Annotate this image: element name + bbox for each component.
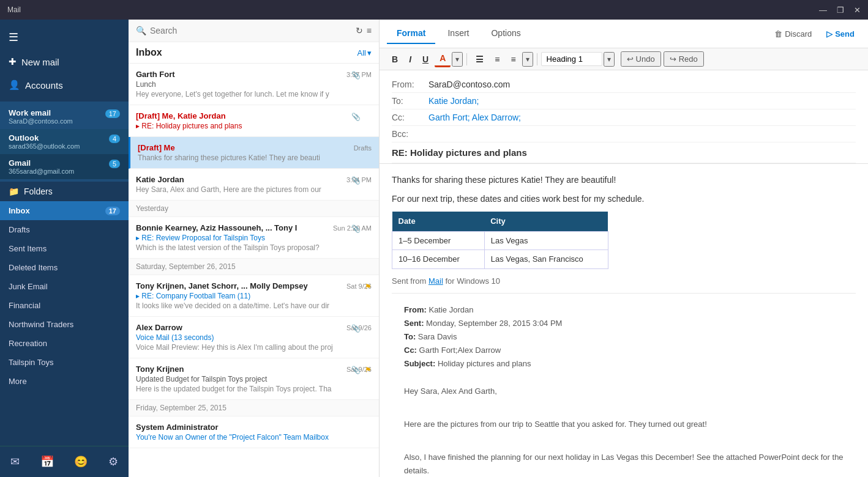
align-button[interactable]: ≡ (506, 52, 520, 67)
history-cc: Cc: Garth Fort;Alex Darrow (404, 344, 844, 357)
folder-item-recreation[interactable]: Recreation (0, 334, 129, 353)
mail-item[interactable]: Bonnie Kearney, Aziz Hassouneh, ... Tony… (129, 217, 379, 259)
folders-header[interactable]: 📁 Folders (0, 182, 129, 201)
new-mail-button[interactable]: ✚ New mail (0, 50, 129, 73)
compose-toolbar: Format Insert Options 🗑 Discard ▷ Send (380, 20, 868, 48)
mail-link[interactable]: Mail (428, 276, 443, 286)
mail-item[interactable]: Alex Darrow Sat 9/26 Voice Mail (13 seco… (129, 317, 379, 358)
app-title: Mail (7, 6, 819, 14)
folder-item-northwind[interactable]: Northwind Traders (0, 315, 129, 334)
send-button[interactable]: ▷ Send (820, 27, 861, 41)
search-bar: 🔍 ↻ ≡ (129, 20, 379, 42)
mail-sender: Garth Fort (136, 70, 175, 79)
folder-item-more[interactable]: More (0, 372, 129, 391)
subject-value: RE: Holiday pictures and plans (392, 147, 856, 158)
calendar-nav-icon[interactable]: 📅 (37, 451, 58, 472)
account-name-outlook: Outlook (9, 133, 80, 142)
folder-item-financial[interactable]: Financial (0, 296, 129, 315)
underline-button[interactable]: U (417, 52, 433, 67)
search-input[interactable] (150, 26, 352, 35)
attachment-icon: 📎 (351, 366, 361, 374)
folder-northwind-label: Northwind Traders (9, 320, 73, 329)
filter-icon[interactable]: ≡ (367, 26, 372, 35)
new-mail-label: New mail (21, 57, 59, 67)
mail-item-selected[interactable]: [Draft] Me Drafts Thanks for sharing the… (129, 137, 379, 169)
folder-financial-label: Financial (9, 301, 40, 310)
table-row: 1–5 December Las Vegas (392, 231, 608, 250)
to-link[interactable]: Katie Jordan; (428, 96, 479, 106)
sent-from-text: Sent from Mail for Windows 10 (392, 275, 856, 287)
folder-item-deleted[interactable]: Deleted Items (0, 258, 129, 277)
maximize-button[interactable]: ❐ (837, 6, 844, 15)
inbox-filter[interactable]: All ▾ (357, 48, 372, 57)
redo-button[interactable]: ↪ Redo (664, 51, 704, 67)
folder-item-drafts[interactable]: Drafts (0, 220, 129, 239)
from-field-row: From: SaraD@contoso.com (392, 76, 856, 93)
body-paragraph-1: Thanks for sharing these pictures Katie!… (392, 174, 856, 187)
settings-nav-icon[interactable]: ⚙ (105, 451, 122, 472)
account-item-gmail[interactable]: Gmail 365sarad@gmail.com 5 (0, 154, 129, 179)
folder-item-inbox[interactable]: Inbox 17 (0, 201, 129, 220)
compose-body[interactable]: Thanks for sharing these pictures Katie!… (380, 164, 868, 477)
folder-sent-label: Sent Items (9, 244, 47, 253)
mail-item[interactable]: Tony Krijnen, Janet Schorr, ... Molly De… (129, 275, 379, 317)
bcc-label: Bcc: (392, 129, 428, 139)
italic-button[interactable]: I (404, 52, 416, 67)
discard-button[interactable]: 🗑 Discard (768, 27, 818, 41)
search-icon: 🔍 (136, 26, 146, 35)
body-paragraph-2: For our next trip, these dates and citie… (392, 193, 856, 205)
ordered-list-button[interactable]: ≡ (490, 52, 504, 67)
account-item-outlook[interactable]: Outlook sarad365@outlook.com 4 (0, 129, 129, 154)
date-separator: Friday, September 25, 2015 (129, 400, 379, 416)
cc-link-garth[interactable]: Garth Fort; (428, 113, 470, 122)
account-item-work[interactable]: Work email SaraD@contoso.com 17 (0, 104, 129, 129)
unordered-list-button[interactable]: ☰ (471, 52, 488, 67)
mail-preview: Thanks for sharing these pictures Katie!… (138, 153, 346, 162)
table-row: 10–16 December Las Vegas, San Francisco (392, 250, 608, 269)
account-email-outlook: sarad365@outlook.com (9, 142, 80, 150)
tab-insert[interactable]: Insert (438, 23, 479, 44)
mail-item[interactable]: Tony Krijnen Sat 9/26 Updated Budget for… (129, 358, 379, 400)
tab-options[interactable]: Options (481, 23, 530, 44)
hamburger-button[interactable]: ☰ (0, 24, 129, 50)
mail-time: Drafts (354, 144, 372, 152)
tab-format[interactable]: Format (387, 23, 435, 44)
account-badge-work: 17 (105, 109, 120, 118)
heading-dropdown-button[interactable]: ▾ (604, 52, 615, 67)
mail-nav-icon[interactable]: ✉ (7, 451, 23, 472)
emoji-nav-icon[interactable]: 😊 (70, 451, 91, 472)
list-dropdown-button[interactable]: ▾ (522, 52, 533, 67)
email-list: Garth Fort 3:37 PM Lunch Hey everyone, L… (129, 64, 379, 477)
table-cell-date2: 10–16 December (392, 250, 485, 269)
refresh-icon[interactable]: ↻ (356, 26, 363, 35)
compose-fields: From: SaraD@contoso.com To: Katie Jordan… (380, 70, 868, 164)
folder-item-junk[interactable]: Junk Email (0, 277, 129, 296)
folder-item-sent[interactable]: Sent Items (0, 239, 129, 258)
account-name-work: Work email (9, 108, 73, 117)
cc-link-alex[interactable]: Alex Darrow; (472, 113, 521, 122)
mail-sender-draft: [Draft] Me, Katie Jordan (136, 111, 226, 120)
trash-icon: 🗑 (774, 29, 782, 39)
bold-button[interactable]: B (387, 52, 403, 67)
titlebar: Mail — ❐ ✕ (0, 0, 868, 20)
mail-item[interactable]: System Administrator You're Now an Owner… (129, 416, 379, 448)
mail-preview: Voice Mail Preview: Hey this is Alex I'm… (136, 343, 344, 352)
mail-item[interactable]: Garth Fort 3:37 PM Lunch Hey everyone, L… (129, 64, 379, 105)
heading-dropdown[interactable]: Heading 1 (541, 52, 602, 66)
separator (537, 53, 537, 65)
mail-subject: You're Now an Owner of the "Project Falc… (136, 433, 372, 442)
color-dropdown-button[interactable]: ▾ (452, 52, 463, 67)
folder-item-tailspin[interactable]: Tailspin Toys (0, 353, 129, 372)
bcc-field-row: Bcc: (392, 126, 856, 142)
font-color-button[interactable]: A (435, 51, 451, 67)
attachment-icon: 📎 (351, 113, 361, 121)
table-header-city: City (484, 212, 608, 231)
mail-preview: Hey everyone, Let's get together for lun… (136, 90, 344, 98)
accounts-button[interactable]: 👤 Accounts (0, 73, 129, 97)
mail-item[interactable]: Katie Jordan 3:04 PM Hey Sara, Alex and … (129, 169, 379, 201)
minimize-button[interactable]: — (819, 6, 827, 15)
undo-button[interactable]: ↩ Undo (621, 51, 661, 67)
attachment-icon: 📎 (351, 324, 361, 333)
close-button[interactable]: ✕ (854, 6, 861, 15)
mail-item[interactable]: [Draft] Me, Katie Jordan ▸ RE: Holiday p… (129, 105, 379, 137)
